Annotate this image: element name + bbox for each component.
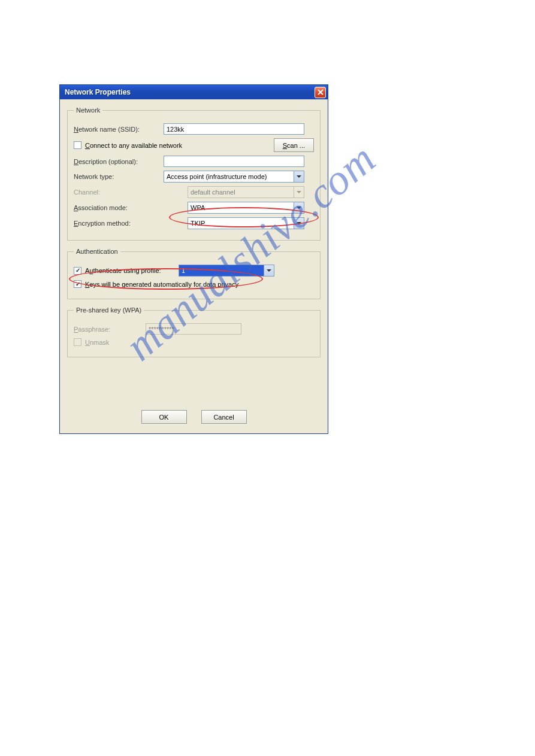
association-mode-label: Association mode: [74,204,188,211]
scan-button[interactable]: Scan ... [274,138,314,152]
association-mode-dropdown-button[interactable] [294,202,304,214]
cancel-button[interactable]: Cancel [201,410,247,424]
ok-button[interactable]: OK [141,410,187,424]
psk-group: Pre-shared key (WPA) Passphrase: Unmask [67,306,321,357]
network-legend: Network [74,107,102,114]
connect-any-label: Connect to any available network [85,142,182,149]
network-type-select[interactable]: Access point (infrastructure mode) [164,171,294,183]
passphrase-label: Passphrase: [74,326,146,333]
authenticate-profile-select[interactable]: 1 [179,265,264,277]
network-group: Network Network name (SSID): Connect to … [67,107,321,241]
unmask-checkbox [74,338,81,346]
chevron-down-icon [297,222,301,224]
encryption-method-select[interactable]: TKIP [188,217,294,229]
ssid-label: Network name (SSID): [74,126,164,133]
authenticate-profile-dropdown-button[interactable] [264,265,274,277]
keys-auto-label: Keys will be generated automatically for… [85,281,238,288]
association-mode-select[interactable]: WPA [188,202,294,214]
titlebar: Network Properties [60,85,328,99]
ssid-input[interactable] [164,123,304,135]
unmask-label: Unmask [85,339,109,346]
network-type-dropdown-button[interactable] [294,171,304,183]
channel-select: default channel [188,186,294,198]
channel-label: Channel: [74,189,188,196]
close-icon [318,89,324,95]
authenticate-profile-checkbox[interactable]: ✓ [74,267,81,275]
authentication-legend: Authentication [74,248,120,255]
passphrase-input [146,323,241,335]
check-icon: ✓ [75,281,80,287]
chevron-down-icon [297,191,301,193]
psk-legend: Pre-shared key (WPA) [74,306,144,314]
encryption-method-label: Encryption method: [74,220,188,227]
keys-auto-checkbox[interactable]: ✓ [74,280,81,288]
check-icon: ✓ [75,268,80,274]
connect-any-checkbox[interactable] [74,141,81,149]
description-input[interactable] [164,156,304,167]
network-properties-dialog: Network Properties Network Network name … [59,84,328,434]
chevron-down-icon [267,269,271,272]
window-title: Network Properties [65,88,315,96]
close-button[interactable] [315,87,326,98]
channel-dropdown-button [294,186,304,198]
authentication-group: Authentication ✓ Authenticate using prof… [67,248,321,299]
chevron-down-icon [297,175,301,178]
description-label: Description (optional): [74,158,164,165]
chevron-down-icon [297,207,301,209]
encryption-method-dropdown-button[interactable] [294,217,304,229]
network-type-label: Network type: [74,173,164,180]
authenticate-profile-label: Authenticate using profile: [85,267,175,274]
